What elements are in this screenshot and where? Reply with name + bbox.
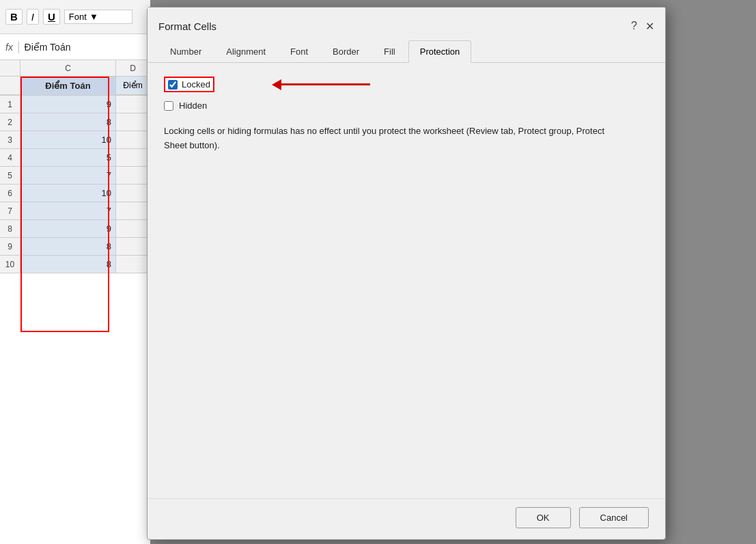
table-row: 4 5 — [0, 149, 150, 167]
extra-cell-4 — [116, 149, 150, 167]
row-num-8: 8 — [0, 220, 20, 238]
format-cells-dialog: Format Cells ? ✕ Number Alignment Font B… — [147, 7, 666, 540]
data-cell-2: 8 — [20, 113, 116, 131]
locked-checkbox[interactable] — [168, 80, 178, 90]
col-headers: C D — [0, 60, 150, 77]
table-row: 8 9 — [0, 220, 150, 238]
extra-cell-3 — [116, 131, 150, 149]
close-button[interactable]: ✕ — [645, 20, 654, 33]
hidden-label: Hidden — [179, 100, 207, 111]
extra-cell-8 — [116, 220, 150, 238]
locked-checkbox-wrapper: Locked — [164, 77, 214, 92]
chevron-down-icon: ▼ — [89, 12, 98, 22]
row-num-4: 4 — [0, 149, 20, 167]
arrow-line — [281, 83, 370, 85]
dialog-footer: OK Cancel — [148, 498, 665, 539]
extra-cell-2 — [116, 113, 150, 131]
data-cell-6: 10 — [20, 185, 116, 202]
toolbar: B I U Font ▼ — [0, 0, 150, 34]
locked-row: Locked — [164, 77, 649, 92]
tab-border[interactable]: Border — [321, 40, 371, 62]
formula-value: Điểm Toán — [25, 42, 71, 53]
tab-number[interactable]: Number — [158, 40, 213, 62]
row-num-7: 7 — [0, 202, 20, 220]
row-num-9: 9 — [0, 238, 20, 256]
row-num-1: 1 — [0, 96, 20, 113]
tab-alignment[interactable]: Alignment — [214, 40, 277, 62]
row-num-2: 2 — [0, 113, 20, 131]
col-diem-header: Điểm — [116, 77, 150, 95]
data-cell-3: 10 — [20, 131, 116, 149]
table-row: 7 7 — [0, 202, 150, 220]
ok-button[interactable]: OK — [516, 507, 571, 528]
col-d-header: D — [116, 60, 150, 76]
extra-cell-6 — [116, 185, 150, 202]
fx-icon: fx — [5, 42, 13, 53]
extra-cell-7 — [116, 202, 150, 220]
tab-fill[interactable]: Fill — [372, 40, 407, 62]
col-diem-toan-header: Điểm Toán — [20, 77, 116, 95]
extra-cell-5 — [116, 167, 150, 185]
data-cell-7: 7 — [20, 202, 116, 220]
red-arrow — [273, 79, 370, 90]
dialog-body: Locked Hidden Locking cells or hiding fo… — [148, 63, 665, 498]
protection-description: Locking cells or hiding formulas has no … — [164, 124, 628, 153]
dialog-title: Format Cells — [158, 21, 216, 32]
table-row: 1 9 — [0, 96, 150, 113]
data-cell-5: 7 — [20, 167, 116, 185]
data-cell-10: 8 — [20, 256, 116, 273]
hidden-checkbox[interactable] — [164, 101, 173, 111]
bold-button[interactable]: B — [5, 9, 23, 25]
formula-bar: fx | Điểm Toán — [0, 34, 150, 60]
tab-font[interactable]: Font — [279, 40, 320, 62]
header-row-num — [0, 77, 20, 95]
extra-cell-10 — [116, 256, 150, 273]
dialog-controls: ? ✕ — [631, 20, 654, 33]
table-row: 6 Mai 10 — [0, 185, 150, 202]
data-cell-4: 5 — [20, 149, 116, 167]
table-row: 10 8 — [0, 256, 150, 273]
col-c-header: C — [20, 60, 116, 76]
dialog-titlebar: Format Cells ? ✕ — [148, 8, 665, 38]
arrow-head-icon — [272, 79, 281, 90]
table-row: 3 10 — [0, 131, 150, 149]
hidden-row: Hidden — [164, 100, 649, 111]
table-header-row: Điểm Toán Điểm — [0, 77, 150, 96]
italic-button[interactable]: I — [27, 9, 39, 25]
help-button[interactable]: ? — [631, 20, 637, 32]
font-label: Font — [69, 12, 87, 22]
tab-bar: Number Alignment Font Border Fill Protec… — [148, 40, 665, 63]
data-cell-8: 9 — [20, 220, 116, 238]
table-row: 5 7 — [0, 167, 150, 185]
table-area: Điểm Toán Điểm 1 9 2 8 3 10 4 5 5 7 6 Ma… — [0, 77, 150, 273]
table-row: 2 8 — [0, 113, 150, 131]
cancel-button[interactable]: Cancel — [579, 507, 649, 528]
row-num-3: 3 — [0, 131, 20, 149]
extra-cell-1 — [116, 96, 150, 113]
table-row: 9 8 — [0, 238, 150, 256]
row-num-header — [0, 60, 20, 76]
data-cell-1: 9 — [20, 96, 116, 113]
row-num-10: 10 — [0, 256, 20, 273]
row-num-6: 6 Mai — [0, 185, 20, 202]
locked-label: Locked — [182, 79, 210, 90]
data-cell-9: 8 — [20, 238, 116, 256]
extra-cell-9 — [116, 238, 150, 256]
row-num-5: 5 — [0, 167, 20, 185]
font-selector[interactable]: Font ▼ — [64, 10, 132, 24]
tab-protection[interactable]: Protection — [408, 40, 472, 63]
underline-button[interactable]: U — [43, 9, 60, 25]
